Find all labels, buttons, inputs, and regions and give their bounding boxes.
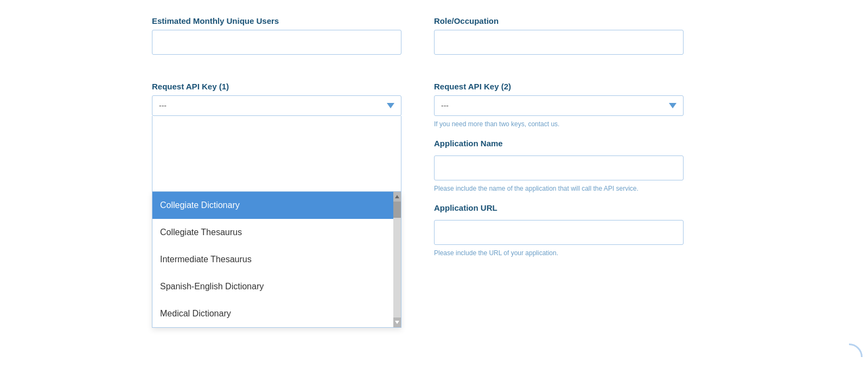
app-url-hint: Please include the URL of your applicati… [434, 249, 684, 257]
role-label: Role/Occupation [434, 16, 684, 25]
app-url-input[interactable] [434, 220, 684, 245]
api-key-2-hint: If you need more than two keys, contact … [434, 120, 684, 128]
corner-decoration [835, 343, 863, 371]
api-key-2-label: Request API Key (2) [434, 82, 684, 91]
app-url-label: Application URL [434, 203, 684, 212]
api-key-2-value: --- [441, 101, 449, 110]
app-name-input[interactable] [434, 155, 684, 180]
monthly-users-label: Estimated Monthly Unique Users [152, 16, 401, 25]
chevron-down-icon-2 [669, 103, 676, 108]
dropdown-option-collegiate-dictionary[interactable]: Collegiate Dictionary [152, 192, 393, 219]
scroll-up-button[interactable] [393, 192, 401, 202]
app-name-field: Application Name Please include the name… [434, 139, 684, 192]
scroll-down-button[interactable] [393, 317, 401, 327]
dropdown-trigger[interactable]: --- [152, 95, 401, 116]
scroll-track [393, 202, 401, 317]
api-key-1-label: Request API Key (1) [152, 82, 401, 91]
dropdown-selected-value: --- [159, 101, 167, 110]
right-col: Request API Key (2) --- If you need more… [434, 82, 684, 257]
dropdown-empty-space [152, 116, 401, 192]
api-key-1-col: Request API Key (1) --- Collegiate Dicti… [152, 82, 401, 192]
app-url-field: Application URL Please include the URL o… [434, 203, 684, 257]
scroll-down-icon [395, 321, 399, 324]
chevron-down-icon [387, 103, 394, 108]
app-name-hint: Please include the name of the applicati… [434, 185, 684, 192]
dropdown-option-spanish-english-dictionary[interactable]: Spanish-English Dictionary [152, 273, 393, 300]
dropdown-option-collegiate-thesaurus[interactable]: Collegiate Thesaurus [152, 219, 393, 246]
app-name-label: Application Name [434, 139, 684, 148]
dropdown-list: Collegiate Dictionary Collegiate Thesaur… [152, 192, 401, 328]
role-field: Role/Occupation [434, 16, 684, 55]
role-input[interactable] [434, 30, 684, 55]
api-key-1-dropdown[interactable]: --- Collegiate Dictionary Collegiate The… [152, 95, 401, 192]
scroll-thumb[interactable] [393, 202, 401, 218]
monthly-users-input[interactable] [152, 30, 401, 55]
dropdown-items: Collegiate Dictionary Collegiate Thesaur… [152, 192, 393, 327]
api-key-2-dropdown[interactable]: --- [434, 95, 684, 116]
dropdown-option-intermediate-thesaurus[interactable]: Intermediate Thesaurus [152, 246, 393, 273]
api-key-2-field: Request API Key (2) --- If you need more… [434, 82, 684, 128]
dropdown-scrollbar [393, 192, 401, 327]
scroll-up-icon [395, 195, 399, 198]
monthly-users-field: Estimated Monthly Unique Users [152, 16, 401, 55]
dropdown-option-medical-dictionary[interactable]: Medical Dictionary [152, 300, 393, 327]
